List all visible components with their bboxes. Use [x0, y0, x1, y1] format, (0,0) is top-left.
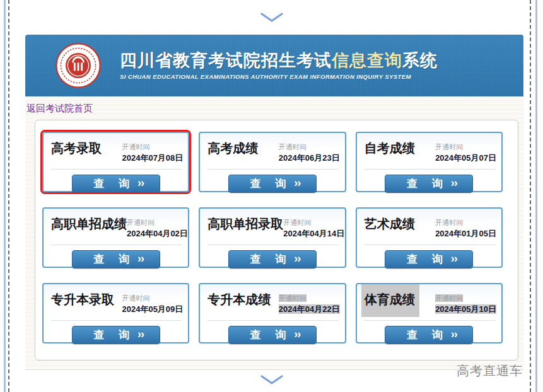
card-open-time: 开通时间2024年01月05日	[435, 216, 496, 239]
query-button-label: 查 询	[93, 176, 135, 191]
chevron-down-icon	[259, 374, 285, 386]
query-button[interactable]: 查 询››	[72, 175, 160, 193]
site-title-part1: 四川省教育考试院招生考试	[120, 51, 332, 70]
card-top: 高考成绩开通时间2024年06月23日	[200, 133, 344, 164]
open-time-label: 开通时间	[279, 292, 340, 303]
query-card: 高职单招成绩开通时间2024年04月02日查 询››	[42, 207, 189, 268]
site-title-highlight: 信息查询	[332, 51, 402, 70]
card-title: 自考成绩	[365, 140, 415, 156]
query-button[interactable]: 查 询››	[72, 326, 160, 344]
query-button-label: 查 询	[93, 252, 135, 267]
footer-brand: 高考直通车	[457, 362, 523, 379]
card-top: 专升本录取开通时间2024年05月09日	[44, 284, 188, 315]
query-button[interactable]: 查 询››	[72, 250, 160, 268]
open-time-label: 开通时间	[279, 141, 340, 152]
open-time-value: 2024年04月14日	[283, 228, 344, 239]
open-time-label: 开通时间	[122, 292, 183, 303]
page-content: 返回考试院首页 高考录取开通时间2024年07月08日查 询››高考成绩开通时间…	[25, 96, 523, 370]
card-divider	[51, 245, 182, 245]
double-arrow-icon: ››	[294, 176, 300, 190]
page-left-dashed-border	[8, 0, 9, 392]
card-top: 高职单招成绩开通时间2024年04月02日	[44, 209, 188, 239]
card-divider	[51, 320, 182, 321]
card-top: 艺术成绩开通时间2024年01月05日	[357, 209, 501, 239]
double-arrow-icon: ››	[451, 252, 457, 265]
open-time-label: 开通时间	[283, 216, 344, 228]
query-button[interactable]: 查 询››	[228, 175, 317, 193]
query-button-label: 查 询	[407, 328, 448, 342]
open-time-label: 开通时间	[435, 292, 496, 303]
query-button[interactable]: 查 询››	[385, 175, 473, 193]
open-time-value: 2024年04月22日	[279, 303, 340, 315]
card-title: 专升本成绩	[207, 291, 271, 308]
double-arrow-icon: ››	[294, 252, 300, 265]
open-time-value: 2024年06月23日	[279, 152, 340, 164]
site-title-part2: 系统	[402, 51, 438, 70]
card-divider	[51, 169, 182, 170]
back-to-homepage-link[interactable]: 返回考试院首页	[26, 103, 93, 115]
site-subtitle: SI CHUAN EDUCATIONAL EXAMINATIONS AUTHOR…	[120, 73, 438, 80]
query-card: 高考录取开通时间2024年07月08日查 询››	[42, 132, 189, 192]
main-container: 四川省教育考试院招生考试信息查询系统 SI CHUAN EDUCATIONAL …	[25, 35, 523, 370]
card-divider	[207, 245, 338, 245]
card-open-time: 开通时间2024年05月10日	[435, 292, 496, 315]
card-title: 专升本录取	[51, 291, 114, 308]
page-right-solid-border	[535, 0, 537, 392]
card-title: 高考录取	[51, 140, 102, 156]
card-top: 专升本成绩开通时间2024年04月22日	[200, 284, 344, 315]
page-left-solid-border	[4, 0, 6, 392]
query-button[interactable]: 查 询››	[228, 250, 317, 268]
sichuan-education-seal-logo	[54, 42, 102, 89]
query-card: 自考成绩开通时间2024年05月07日查 询››	[356, 132, 503, 192]
query-button-label: 查 询	[250, 176, 292, 191]
double-arrow-icon: ››	[451, 328, 457, 341]
site-header: 四川省教育考试院招生考试信息查询系统 SI CHUAN EDUCATIONAL …	[25, 35, 523, 96]
page-right-dashed-border	[530, 0, 531, 392]
open-time-value: 2024年04月02日	[127, 228, 188, 239]
query-card: 高考成绩开通时间2024年06月23日查 询››	[199, 132, 346, 192]
open-time-label: 开通时间	[435, 141, 496, 152]
card-title: 体育成绩	[361, 284, 419, 317]
card-title: 高考成绩	[207, 140, 258, 156]
query-button-label: 查 询	[407, 176, 448, 191]
query-button[interactable]: 查 询››	[385, 250, 473, 268]
card-divider	[207, 320, 338, 321]
open-time-value: 2024年07月08日	[122, 152, 183, 164]
card-top: 体育成绩开通时间2024年05月10日	[357, 284, 501, 315]
query-card: 专升本成绩开通时间2024年04月22日查 询››	[199, 283, 346, 343]
open-time-value: 2024年05月10日	[435, 303, 496, 315]
query-button-label: 查 询	[93, 328, 135, 342]
site-title: 四川省教育考试院招生考试信息查询系统	[120, 51, 438, 71]
open-time-label: 开通时间	[435, 216, 496, 228]
card-divider	[365, 245, 495, 245]
query-button[interactable]: 查 询››	[228, 326, 317, 344]
card-open-time: 开通时间2024年04月22日	[279, 292, 340, 315]
query-card: 专升本录取开通时间2024年05月09日查 询››	[42, 283, 189, 343]
double-arrow-icon: ››	[137, 176, 144, 190]
card-open-time: 开通时间2024年05月07日	[435, 141, 496, 164]
card-top: 高考录取开通时间2024年07月08日	[44, 133, 188, 164]
double-arrow-icon: ››	[294, 328, 300, 341]
card-divider	[365, 169, 495, 170]
open-time-value: 2024年05月07日	[435, 152, 496, 164]
double-arrow-icon: ››	[137, 252, 144, 265]
chevron-down-icon	[259, 11, 285, 24]
card-title: 高职单招成绩	[51, 216, 127, 232]
open-time-label: 开通时间	[127, 216, 188, 228]
card-open-time: 开通时间2024年05月09日	[122, 292, 183, 315]
card-title: 艺术成绩	[365, 216, 415, 232]
open-time-value: 2024年05月09日	[122, 303, 183, 315]
header-title-block: 四川省教育考试院招生考试信息查询系统 SI CHUAN EDUCATIONAL …	[120, 51, 438, 79]
open-time-label: 开通时间	[122, 141, 183, 152]
query-card-grid: 高考录取开通时间2024年07月08日查 询››高考成绩开通时间2024年06月…	[35, 120, 518, 360]
double-arrow-icon: ››	[137, 328, 144, 341]
card-open-time: 开通时间2024年07月08日	[122, 141, 183, 164]
query-card: 高职单招录取开通时间2024年04月14日查 询››	[199, 207, 346, 268]
query-button-label: 查 询	[250, 252, 292, 267]
query-button-label: 查 询	[250, 328, 292, 342]
card-top: 高职单招录取开通时间2024年04月14日	[200, 209, 344, 239]
card-title: 高职单招录取	[207, 216, 283, 232]
card-open-time: 开通时间2024年04月02日	[127, 216, 188, 239]
query-button[interactable]: 查 询››	[385, 326, 473, 344]
open-time-value: 2024年01月05日	[435, 228, 496, 239]
